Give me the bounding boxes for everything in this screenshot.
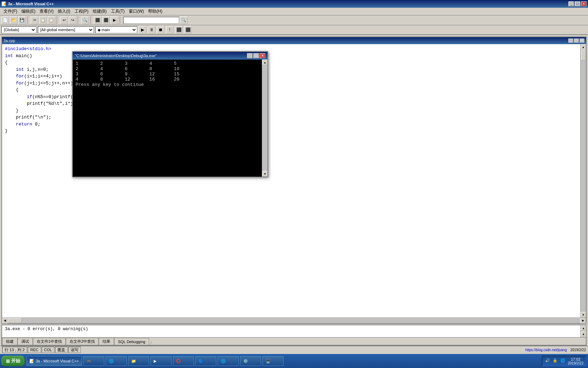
console-line-4: 4 8 12 16 20 [76, 77, 259, 82]
taskbar-desktop-icon: 🖥️ [266, 359, 271, 363]
taskbar-app-ie1[interactable]: 🌐 [106, 356, 127, 366]
title-bar-controls: _ □ ✕ [568, 1, 587, 6]
menu-tools[interactable]: 工具(T) [109, 8, 127, 15]
run-button[interactable]: ▶ [111, 16, 118, 24]
console-scroll-up[interactable]: ▲ [262, 60, 267, 65]
taskbar-unknown2-icon: 🔵 [198, 359, 203, 363]
editor-close-button[interactable]: ✕ [580, 39, 584, 43]
new-file-button[interactable]: 📄 [1, 16, 9, 24]
debug-btn3[interactable]: ⏹ [157, 26, 164, 34]
taskbar-app-unknown1[interactable]: ⭕ [173, 356, 194, 366]
cut-button[interactable]: ✂ [31, 16, 38, 24]
taskbar-folder-icon: 📁 [131, 359, 136, 363]
scroll-left-arrow[interactable]: ◀ [2, 318, 8, 323]
taskbar-app-vc[interactable]: 📝 3a - Microsoft Visual C++ [26, 356, 82, 366]
function-select[interactable]: ◆ main [95, 26, 137, 33]
build-button[interactable]: ⬛ [102, 16, 110, 24]
status-col: COL [42, 347, 55, 353]
search-go-button[interactable]: 🔍 [180, 16, 188, 24]
console-max-button[interactable]: □ [253, 53, 259, 58]
output-content-row: 3a.exe - 0 error(s), 0 warning(s) ▲ ▼ [2, 325, 586, 337]
save-button[interactable]: 💾 [18, 16, 26, 24]
status-url: https://blog.csdn.net/jiyang [525, 348, 567, 352]
copy-button[interactable]: 📋 [39, 16, 47, 24]
debug-btn6[interactable]: ⬛ [184, 26, 192, 34]
console-scrollbar[interactable]: ▲ ▼ [262, 60, 267, 177]
scroll-thumb-h[interactable] [8, 318, 22, 323]
menu-project[interactable]: 工程(P) [72, 8, 91, 15]
editor-min-button[interactable]: _ [568, 39, 573, 43]
menu-help[interactable]: 帮助(H) [146, 8, 164, 15]
output-log: 3a.exe - 0 error(s), 0 warning(s) [5, 327, 578, 332]
taskbar-app-desktop[interactable]: 🖥️ [262, 356, 284, 366]
compile-button[interactable]: ⬛ [94, 16, 102, 24]
editor-scrollbar-right[interactable]: ▲ ▼ [580, 44, 586, 318]
menu-window[interactable]: 窗口(W) [127, 8, 146, 15]
console-window: "C:\Users\Administrator\Desktop\Debug\3a… [72, 51, 268, 177]
tray-clock[interactable]: 17:02 2019/2/22 [568, 357, 584, 365]
minimize-button[interactable]: _ [568, 1, 574, 6]
search-input[interactable] [123, 17, 179, 24]
undo-button[interactable]: ↩ [60, 16, 68, 24]
output-scroll-down[interactable]: ▼ [581, 332, 586, 337]
menu-edit[interactable]: 编辑(E) [19, 8, 37, 15]
start-label: 开始 [11, 358, 20, 364]
start-button[interactable]: ⊞ 开始 [1, 356, 25, 366]
sep4 [90, 16, 92, 24]
console-line-3: 3 6 9 12 15 [76, 71, 259, 77]
debug-btn4[interactable]: ! [166, 26, 174, 34]
redo-button[interactable]: ↪ [69, 16, 76, 24]
open-file-button[interactable]: 📂 [10, 16, 18, 24]
taskbar-app-magic[interactable]: 🎮 [83, 356, 104, 366]
taskbar-app-folder[interactable]: 📁 [128, 356, 149, 366]
tab-find2[interactable]: 在文件2中查找 [66, 338, 99, 345]
search-button[interactable]: 🔍 [81, 16, 89, 24]
tab-sql[interactable]: SQL Debugging [114, 338, 149, 345]
menu-build[interactable]: 组建(B) [91, 8, 109, 15]
tab-results[interactable]: 结果 [99, 338, 114, 345]
bottom-tabs: 组建 调试 在文件1中查找 在文件2中查找 结果 SQL Debugging / [2, 337, 586, 345]
console-min-button[interactable]: _ [247, 53, 253, 58]
tray-icon-2[interactable]: 🔒 [553, 358, 558, 364]
status-rec: REC [28, 347, 41, 353]
tray-icon-network[interactable]: 🌐 [560, 358, 566, 364]
scroll-thumb[interactable] [581, 50, 586, 60]
taskbar-magic-icon: 🎮 [86, 359, 91, 363]
paste-button[interactable]: 📋 [48, 16, 55, 24]
console-line-2: 2 4 6 8 10 [76, 66, 259, 71]
console-title-bar: "C:\Users\Administrator\Desktop\Debug\3a… [73, 52, 267, 60]
scroll-track[interactable] [581, 50, 586, 312]
menu-file[interactable]: 文件(F) [1, 8, 19, 15]
members-select[interactable]: [All global members] [38, 26, 94, 33]
editor-title-bar: 3a.cpp _ □ ✕ [2, 37, 586, 44]
console-output: 1 2 3 4 5 2 4 6 8 10 3 6 9 12 15 4 8 12 … [73, 60, 262, 177]
tab-build[interactable]: 组建 [2, 338, 18, 345]
tab-find1[interactable]: 在文件1中查找 [33, 338, 66, 345]
status-right: https://blog.csdn.net/jiyang 2019/2/22 [525, 348, 586, 352]
close-button[interactable]: ✕ [581, 1, 587, 6]
debug-btn2[interactable]: ⏸ [148, 26, 155, 34]
output-scrollbar[interactable]: ▲ ▼ [580, 325, 586, 337]
taskbar-app-prog[interactable]: ⚙️ [240, 356, 261, 366]
editor-scrollbar-bottom[interactable]: ◀ ▶ [2, 318, 586, 323]
globals-select[interactable]: [Globals] [1, 26, 36, 33]
taskbar-app-ie2[interactable]: 🌐 [218, 356, 239, 366]
maximize-button[interactable]: □ [575, 1, 580, 6]
debug-btn5[interactable]: ⬛ [175, 26, 183, 34]
menu-insert[interactable]: 插入(I) [56, 8, 72, 15]
console-close-button[interactable]: ✕ [260, 53, 265, 58]
tray-icon-1[interactable]: 🔊 [545, 358, 551, 364]
taskbar-app-unknown2[interactable]: 🔵 [195, 356, 216, 366]
taskbar-app-player[interactable]: ▶ [150, 356, 172, 366]
editor-max-button[interactable]: □ [574, 39, 579, 43]
output-scroll-up[interactable]: ▲ [581, 325, 586, 331]
scroll-down-arrow[interactable]: ▼ [581, 312, 586, 318]
scroll-right-arrow[interactable]: ▶ [580, 318, 586, 323]
console-scroll-down[interactable]: ▼ [262, 171, 267, 177]
tab-debug[interactable]: 调试 [18, 338, 33, 345]
scroll-track-h[interactable] [8, 318, 580, 323]
status-bar: 行 13，列 2 REC COL 覆盖 读写 https://blog.csdn… [1, 346, 587, 353]
menu-view[interactable]: 查看(V) [37, 8, 56, 15]
debug-btn1[interactable]: ▶ [139, 26, 146, 34]
scroll-up-arrow[interactable]: ▲ [581, 44, 586, 50]
